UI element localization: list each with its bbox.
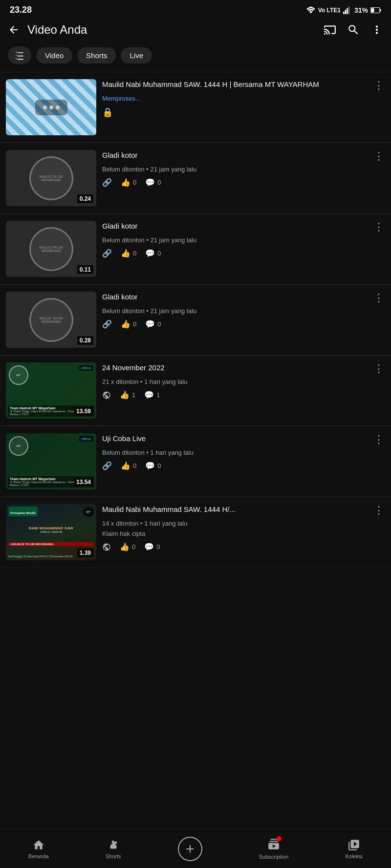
- battery-pct: 31%: [354, 6, 368, 14]
- like-icon: 👍: [121, 319, 130, 329]
- video-more-button[interactable]: ⋮: [372, 362, 385, 375]
- video-title-row: Uji Coba Live ⋮: [102, 433, 385, 446]
- like-action[interactable]: 👍 1: [120, 390, 135, 400]
- comment-action[interactable]: 💬 0: [145, 249, 161, 258]
- view-count: Belum ditonton: [102, 449, 145, 456]
- video-title-row: 24 November 2022 ⋮: [102, 362, 385, 375]
- like-count: 0: [133, 462, 136, 469]
- like-icon: 👍: [120, 390, 130, 400]
- home-icon: [32, 839, 45, 851]
- comment-icon: 💬: [145, 249, 155, 258]
- comment-action[interactable]: 💬 0: [145, 178, 161, 187]
- video-title: Maulid Nabi Muhammad SAW. 1444 H/...: [102, 504, 370, 514]
- comment-action[interactable]: 💬 0: [145, 461, 161, 470]
- link-icon: 🔗: [102, 319, 112, 329]
- seal-small: MT: [9, 436, 28, 456]
- video-more-button[interactable]: ⋮: [372, 292, 385, 304]
- video-item: MT offline Team Hadroh MT Wayarham Jl. B…: [0, 426, 391, 497]
- nav-shorts[interactable]: Shorts: [106, 839, 121, 859]
- upload-time: 1 hari yang lalu: [151, 449, 194, 456]
- like-action[interactable]: 👍 0: [121, 178, 136, 187]
- like-action[interactable]: 👍 0: [121, 461, 136, 470]
- duration-badge: 13.54: [74, 478, 93, 487]
- nav-library[interactable]: Koleksi: [345, 839, 362, 859]
- thumb-badge: offline: [79, 436, 93, 442]
- battery-icon: [370, 7, 381, 14]
- video-title-row: Gladi kotor ⋮: [102, 221, 385, 233]
- cast-button[interactable]: [324, 23, 336, 36]
- comment-icon: 💬: [145, 178, 155, 187]
- upload-time: 21 jam yang lalu: [151, 236, 197, 244]
- comment-icon: 💬: [145, 319, 155, 329]
- header-right: [324, 23, 383, 36]
- thumbnail[interactable]: MT offline Team Hadroh MT Wayarham Jl. B…: [6, 362, 96, 419]
- signal-text: Vo LTE1: [318, 7, 341, 14]
- signal-icon: [343, 6, 352, 14]
- filter-bar: Video Shorts Live: [0, 42, 391, 72]
- svg-rect-3: [348, 6, 350, 14]
- link-action[interactable]: 🔗: [102, 319, 112, 329]
- video-info: Gladi kotor ⋮ Belum ditonton • 21 jam ya…: [102, 221, 385, 258]
- video-title: Gladi kotor: [102, 292, 370, 302]
- globe-icon: [102, 543, 111, 551]
- link-action[interactable]: 🔗: [102, 249, 112, 258]
- like-icon: 👍: [121, 461, 130, 470]
- upload-time: 21 jam yang lalu: [151, 307, 197, 315]
- comment-icon: 💬: [144, 542, 154, 551]
- video-actions: 👍 0 💬 0: [102, 542, 385, 551]
- upload-time: 21 jam yang lalu: [151, 166, 197, 173]
- video-meta: Belum ditonton • 21 jam yang lalu: [102, 236, 385, 244]
- nav-add[interactable]: [178, 837, 202, 861]
- comment-action[interactable]: 💬 0: [144, 542, 160, 551]
- video-more-button[interactable]: ⋮: [372, 79, 385, 92]
- globe-action[interactable]: [102, 391, 111, 400]
- video-meta: 21 x ditonton • 1 hari yang lalu: [102, 378, 385, 385]
- comment-icon: 💬: [144, 390, 154, 400]
- globe-action[interactable]: [102, 543, 111, 551]
- back-button[interactable]: [8, 24, 20, 36]
- video-title-row: Maulid Nabi Muhammad SAW. 1444 H | Bersa…: [102, 79, 385, 92]
- svg-rect-5: [380, 9, 381, 11]
- video-title: Gladi kotor: [102, 150, 370, 160]
- video-more-button[interactable]: ⋮: [372, 221, 385, 233]
- status-bar: 23.28 Vo LTE1 31%: [0, 0, 391, 18]
- view-count: Belum ditonton: [102, 236, 145, 244]
- thumbnail[interactable]: [6, 79, 96, 135]
- like-count: 0: [133, 320, 136, 328]
- nav-home[interactable]: Beranda: [28, 839, 49, 859]
- link-action[interactable]: 🔗: [102, 461, 112, 470]
- thumbnail[interactable]: MAJLIS TA'LIM WAYARHAM 0.24: [6, 150, 96, 206]
- search-button[interactable]: [347, 23, 360, 36]
- comment-action[interactable]: 💬 0: [145, 319, 161, 329]
- like-action[interactable]: 👍 0: [120, 542, 135, 551]
- thumbnail[interactable]: Peringatan Maulid MT NABI MUHAMMAD SAW 1…: [6, 504, 96, 560]
- video-title: 24 November 2022: [102, 362, 370, 373]
- video-info: Maulid Nabi Muhammad SAW. 1444 H/... ⋮ 1…: [102, 504, 385, 551]
- video-info: Uji Coba Live ⋮ Belum ditonton • 1 hari …: [102, 433, 385, 470]
- thumbnail[interactable]: MAJLIS TA'LIM WAYARHAM 0.11: [6, 221, 96, 277]
- filter-icon-button[interactable]: [8, 46, 31, 64]
- nav-home-label: Beranda: [28, 853, 49, 859]
- video-title-row: Maulid Nabi Muhammad SAW. 1444 H/... ⋮: [102, 504, 385, 517]
- video-title-row: Gladi kotor ⋮: [102, 150, 385, 163]
- video-title: Uji Coba Live: [102, 433, 370, 444]
- link-action[interactable]: 🔗: [102, 178, 112, 187]
- filter-shorts-button[interactable]: Shorts: [77, 47, 116, 64]
- video-more-button[interactable]: ⋮: [372, 433, 385, 446]
- video-actions: 🔗 👍 0 💬 0: [102, 178, 385, 187]
- nav-subscriptions[interactable]: Subscription: [259, 838, 289, 860]
- video-meta: Belum ditonton • 21 jam yang lalu: [102, 307, 385, 315]
- filter-video-button[interactable]: Video: [36, 47, 72, 64]
- more-button[interactable]: [370, 23, 383, 36]
- filter-live-button[interactable]: Live: [121, 47, 152, 64]
- video-more-button[interactable]: ⋮: [372, 150, 385, 163]
- thumbnail[interactable]: MT offline Team Hadroh MT Wayarham Jl. B…: [6, 433, 96, 489]
- video-title: Gladi kotor: [102, 221, 370, 231]
- video-title-row: Gladi kotor ⋮: [102, 292, 385, 304]
- thumbnail[interactable]: MAJLIS TA'LIM WAYARHAM 0.28: [6, 292, 96, 348]
- video-more-button[interactable]: ⋮: [372, 504, 385, 517]
- like-action[interactable]: 👍 0: [121, 319, 136, 329]
- like-action[interactable]: 👍 0: [121, 249, 136, 258]
- svg-rect-6: [371, 8, 374, 12]
- comment-action[interactable]: 💬 1: [144, 390, 160, 400]
